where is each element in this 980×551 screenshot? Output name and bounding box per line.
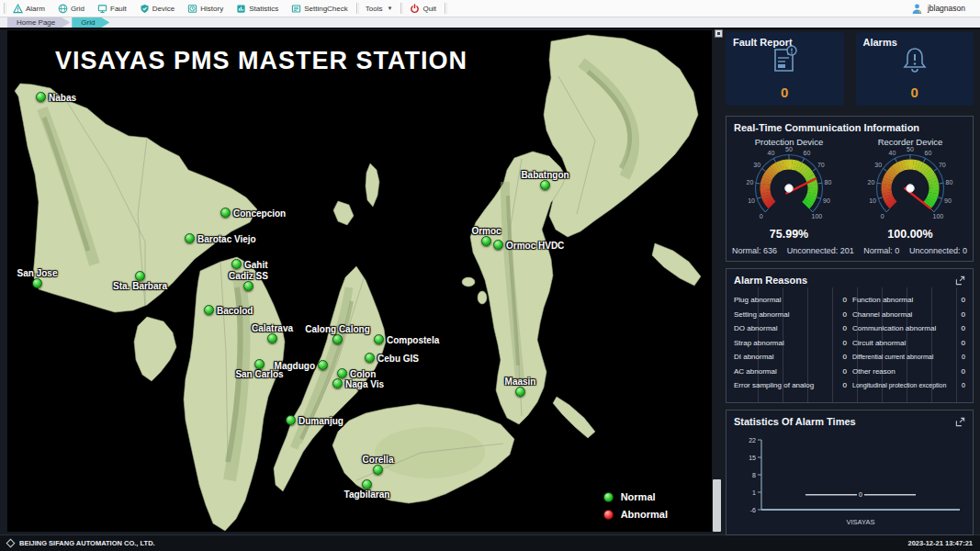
station-san-jose[interactable]: San Jose bbox=[32, 278, 42, 288]
station-colon[interactable]: Colon bbox=[337, 368, 347, 378]
svg-text:50: 50 bbox=[785, 147, 793, 152]
reason-row: Circuit abnormal0 bbox=[852, 336, 965, 351]
reason-row: Differential current abnormal0 bbox=[852, 350, 965, 365]
station-magdugo[interactable]: Magdugo bbox=[318, 360, 328, 370]
panel-collapse-handle[interactable] bbox=[715, 29, 723, 38]
quit-button[interactable]: Quit bbox=[403, 1, 443, 17]
station-ormoc[interactable]: Ormoc bbox=[481, 236, 491, 246]
station-status-dot bbox=[204, 305, 214, 315]
station-babatngon[interactable]: Babatngon bbox=[540, 180, 550, 190]
expand-icon[interactable] bbox=[955, 276, 965, 286]
reason-label: Circuit abnormal bbox=[852, 339, 954, 347]
station-nabas[interactable]: Nabas bbox=[36, 92, 46, 102]
station-sta-barbara[interactable]: Sta. Barbara bbox=[135, 271, 145, 281]
station-calong-calong[interactable]: Calong Calong bbox=[332, 334, 343, 344]
tab-grid[interactable]: Grid bbox=[72, 17, 109, 28]
tab-bar: Home PageGrid bbox=[0, 17, 980, 29]
svg-text:60: 60 bbox=[804, 150, 811, 156]
svg-text:100: 100 bbox=[933, 213, 944, 219]
svg-text:0: 0 bbox=[859, 491, 862, 498]
toolbar-separator bbox=[445, 3, 445, 14]
visayas-map[interactable]: VISAYAS PMS MASTER STATION NabasConcepci… bbox=[7, 30, 712, 532]
station-ormoc-hvdc[interactable]: Ormoc HVDC bbox=[493, 240, 503, 250]
reason-value: 0 bbox=[836, 296, 847, 304]
svg-text:10: 10 bbox=[869, 197, 876, 204]
globe-icon bbox=[58, 4, 68, 14]
expand-icon[interactable] bbox=[955, 417, 965, 427]
station-corella[interactable]: Corella bbox=[373, 465, 383, 475]
station-gahit[interactable]: Gahit bbox=[231, 259, 242, 269]
station-label: Ormoc HVDC bbox=[506, 240, 564, 250]
alarms-card[interactable]: Alarms 0 bbox=[856, 32, 974, 106]
station-san-carlos[interactable]: San Carlos bbox=[254, 359, 265, 369]
svg-text:20: 20 bbox=[747, 179, 754, 186]
station-label: Calong Calong bbox=[305, 324, 370, 334]
legend-abnormal-dot bbox=[603, 510, 614, 520]
fault-report-value: 0 bbox=[726, 84, 844, 100]
tools-menu-button[interactable]: Tools ▼ bbox=[359, 1, 400, 17]
station-status-dot bbox=[374, 334, 384, 344]
reason-value: 0 bbox=[954, 324, 965, 332]
station-naga-vis[interactable]: Naga Vis bbox=[332, 378, 343, 388]
station-maasin[interactable]: Maasin bbox=[515, 387, 525, 397]
map-title: VISAYAS PMS MASTER STATION bbox=[55, 47, 467, 75]
station-compostela[interactable]: Compostela bbox=[374, 334, 384, 344]
station-label: San Carlos bbox=[235, 369, 283, 379]
alarm-button[interactable]: Alarm bbox=[6, 1, 51, 17]
toolbar-separator bbox=[400, 3, 401, 14]
reason-value: 0 bbox=[954, 296, 965, 304]
svg-text:15: 15 bbox=[749, 455, 756, 461]
reason-value: 0 bbox=[836, 339, 847, 347]
reason-value: 0 bbox=[954, 382, 965, 388]
fault-report-document-icon bbox=[771, 45, 798, 74]
svg-text:90: 90 bbox=[823, 197, 830, 204]
grid-button[interactable]: Grid bbox=[51, 1, 91, 17]
reason-value: 0 bbox=[954, 354, 965, 360]
terrain-bohol-patch bbox=[375, 427, 485, 478]
monitor-icon bbox=[97, 4, 107, 14]
reason-value: 0 bbox=[836, 381, 847, 389]
station-cadiz-ss[interactable]: Cadiz SS bbox=[243, 281, 253, 291]
reason-value: 0 bbox=[954, 310, 965, 319]
legend-normal: Normal bbox=[603, 491, 668, 502]
user-account[interactable]: jblagnason bbox=[911, 3, 978, 15]
alarm-statistics-panel: Statistics Of Alarm Times 221581-60VISAY… bbox=[726, 410, 974, 535]
settingcheck-button[interactable]: SettingCheck bbox=[285, 1, 355, 17]
station-label: Sta. Barbara bbox=[113, 281, 167, 291]
reason-row: Function abnormal0 bbox=[852, 293, 965, 308]
history-button[interactable]: History bbox=[181, 1, 230, 17]
reason-row: DI abnormal0 bbox=[734, 350, 847, 365]
station-status-dot bbox=[515, 387, 525, 397]
svg-text:90: 90 bbox=[944, 197, 952, 204]
station-concepcion[interactable]: Concepcion bbox=[220, 208, 231, 218]
gauge-recorder-device: 0102030405060708090100 bbox=[858, 147, 963, 231]
quit-label: Quit bbox=[422, 5, 436, 13]
station-tagbilaran[interactable]: Tagbilaran bbox=[362, 479, 372, 489]
station-dumanjug[interactable]: Dumanjug bbox=[286, 415, 296, 425]
svg-text:50: 50 bbox=[907, 147, 914, 152]
station-status-dot bbox=[373, 465, 383, 475]
station-label: Cadiz SS bbox=[229, 271, 268, 281]
tab-home-page[interactable]: Home Page bbox=[7, 17, 70, 28]
station-bacolod[interactable]: Bacolod bbox=[204, 305, 214, 315]
svg-text:0: 0 bbox=[881, 213, 884, 219]
station-label: Magdugo bbox=[275, 360, 315, 370]
svg-text:22: 22 bbox=[749, 437, 756, 444]
alarm-bell-icon bbox=[901, 45, 929, 74]
alarms-value: 0 bbox=[856, 84, 974, 100]
svg-text:-6: -6 bbox=[750, 507, 756, 513]
statistics-button[interactable]: Statistics bbox=[230, 1, 285, 17]
station-cebu-gis[interactable]: Cebu GIS bbox=[365, 353, 375, 363]
station-label: Maasin bbox=[505, 377, 536, 387]
station-status-dot bbox=[481, 236, 491, 246]
station-barotac-viejo[interactable]: Barotac Viejo bbox=[185, 233, 195, 243]
station-label: Nabas bbox=[49, 92, 76, 102]
device-button[interactable]: Device bbox=[133, 1, 181, 17]
fault-report-card[interactable]: Fault Report 0 bbox=[726, 32, 844, 106]
vertical-scrollbar[interactable] bbox=[713, 39, 721, 532]
scrollbar-thumb[interactable] bbox=[713, 479, 721, 532]
chevron-down-icon: ▼ bbox=[387, 6, 392, 11]
station-calatrava[interactable]: Calatrava bbox=[267, 333, 277, 343]
svg-text:40: 40 bbox=[889, 150, 896, 156]
fault-button[interactable]: Fault bbox=[91, 1, 133, 17]
